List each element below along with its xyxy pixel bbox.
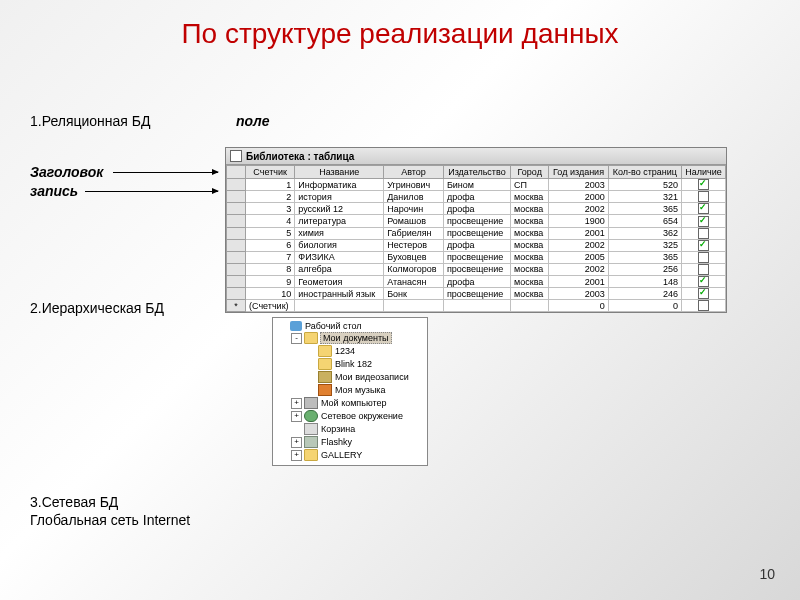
expand-icon[interactable]: -: [291, 333, 302, 344]
cell-pages: 365: [608, 203, 681, 215]
cell-name: Информатика: [295, 179, 384, 191]
cell-city: СП: [511, 179, 549, 191]
row-selector[interactable]: [227, 251, 246, 263]
table-row: 10иностранный языкБонкпросвещениемосква2…: [227, 288, 726, 300]
row-selector[interactable]: [227, 215, 246, 227]
table-row-new[interactable]: *(Счетчик)00: [227, 300, 726, 312]
checkbox-icon[interactable]: [698, 203, 709, 214]
cell-pages: 325: [608, 239, 681, 251]
expand-icon[interactable]: +: [291, 450, 302, 461]
tree-item[interactable]: +GALLERY: [275, 449, 425, 462]
cell-author: Данилов: [384, 191, 444, 203]
cell-year: 2005: [549, 251, 608, 263]
cell-avail[interactable]: [682, 288, 726, 300]
cell-name: история: [295, 191, 384, 203]
table-row: 9ГеометоияАтанасяндрофамосква2001148: [227, 276, 726, 288]
row-selector[interactable]: [227, 191, 246, 203]
table-row: 4литератураРомашовпросвещениемосква19006…: [227, 215, 726, 227]
cell-pages: 654: [608, 215, 681, 227]
checkbox-icon[interactable]: [698, 179, 709, 190]
label-network: 3.Сетевая БД: [30, 494, 118, 510]
cell-avail[interactable]: [682, 179, 726, 191]
cell-publisher: просвещение: [443, 263, 510, 275]
row-selector[interactable]: [227, 276, 246, 288]
cell-publisher: просвещение: [443, 288, 510, 300]
table-row: 2историяДаниловдрофамосква2000321: [227, 191, 726, 203]
col-header: Счетчик: [246, 166, 295, 179]
cell-city: москва: [511, 203, 549, 215]
row-selector[interactable]: [227, 239, 246, 251]
col-header: Название: [295, 166, 384, 179]
tree-item[interactable]: +Мой компьютер: [275, 397, 425, 410]
cell-counter: 3: [246, 203, 295, 215]
tree-label: Корзина: [320, 424, 356, 434]
expand-icon[interactable]: +: [291, 437, 302, 448]
cell-year: 2000: [549, 191, 608, 203]
cell-name: литература: [295, 215, 384, 227]
cell-publisher: дрофа: [443, 191, 510, 203]
checkbox-icon[interactable]: [698, 288, 709, 299]
cell-author: Атанасян: [384, 276, 444, 288]
cell-avail[interactable]: [682, 263, 726, 275]
cell-avail[interactable]: [682, 215, 726, 227]
checkbox-icon[interactable]: [698, 228, 709, 239]
checkbox-icon[interactable]: [698, 216, 709, 227]
cell-counter: 10: [246, 288, 295, 300]
cell-pages: 0: [608, 300, 681, 312]
cell-avail[interactable]: [682, 276, 726, 288]
row-selector[interactable]: [227, 227, 246, 239]
tree-item[interactable]: -Мои документы: [275, 332, 425, 345]
table-row: 3русский 12Нарочиндрофамосква2002365: [227, 203, 726, 215]
tree-item[interactable]: Корзина: [275, 423, 425, 436]
arrow-header: [113, 172, 218, 173]
col-header: Автор: [384, 166, 444, 179]
tree-item[interactable]: Мои видеозаписи: [275, 371, 425, 384]
cell-counter: (Счетчик): [246, 300, 295, 312]
window-icon: [230, 150, 242, 162]
expand-icon[interactable]: +: [291, 398, 302, 409]
video-icon: [318, 371, 332, 383]
checkbox-icon[interactable]: [698, 300, 709, 311]
cell-city: москва: [511, 276, 549, 288]
db-table: СчетчикНазваниеАвторИздательствоГородГод…: [226, 165, 726, 312]
cell-avail[interactable]: [682, 239, 726, 251]
row-selector-new[interactable]: *: [227, 300, 246, 312]
col-header: Наличие: [682, 166, 726, 179]
tree-item[interactable]: +Сетевое окружение: [275, 410, 425, 423]
row-selector[interactable]: [227, 203, 246, 215]
checkbox-icon[interactable]: [698, 264, 709, 275]
cell-avail[interactable]: [682, 191, 726, 203]
checkbox-icon[interactable]: [698, 276, 709, 287]
tree-label: Flashky: [320, 437, 353, 447]
tree-label: 1234: [334, 346, 356, 356]
col-header: Год издания: [549, 166, 608, 179]
tree-window: Рабочий стол-Мои документы1234Blink 182М…: [272, 317, 428, 466]
cell-pages: 256: [608, 263, 681, 275]
col-header: Город: [511, 166, 549, 179]
row-selector[interactable]: [227, 263, 246, 275]
tree-item[interactable]: Рабочий стол: [275, 321, 425, 332]
cell-counter: 8: [246, 263, 295, 275]
tree-item[interactable]: Моя музыка: [275, 384, 425, 397]
table-row: 6биологияНестеровдрофамосква2002325: [227, 239, 726, 251]
row-selector[interactable]: [227, 288, 246, 300]
folder-icon: [318, 345, 332, 357]
cell-avail[interactable]: [682, 251, 726, 263]
cell-city: москва: [511, 288, 549, 300]
tree-item[interactable]: +Flashky: [275, 436, 425, 449]
tree-item[interactable]: 1234: [275, 345, 425, 358]
row-selector[interactable]: [227, 179, 246, 191]
cell-author: Бонк: [384, 288, 444, 300]
checkbox-icon[interactable]: [698, 240, 709, 251]
cell-avail[interactable]: [682, 203, 726, 215]
cell-pages: 520: [608, 179, 681, 191]
expand-icon[interactable]: +: [291, 411, 302, 422]
cell-author: Ромашов: [384, 215, 444, 227]
checkbox-icon[interactable]: [698, 252, 709, 263]
label-internet: Глобальная сеть Internet: [30, 512, 190, 528]
checkbox-icon[interactable]: [698, 191, 709, 202]
cell-avail[interactable]: [682, 227, 726, 239]
trash-icon: [304, 423, 318, 435]
tree-item[interactable]: Blink 182: [275, 358, 425, 371]
cell-year: 2002: [549, 203, 608, 215]
